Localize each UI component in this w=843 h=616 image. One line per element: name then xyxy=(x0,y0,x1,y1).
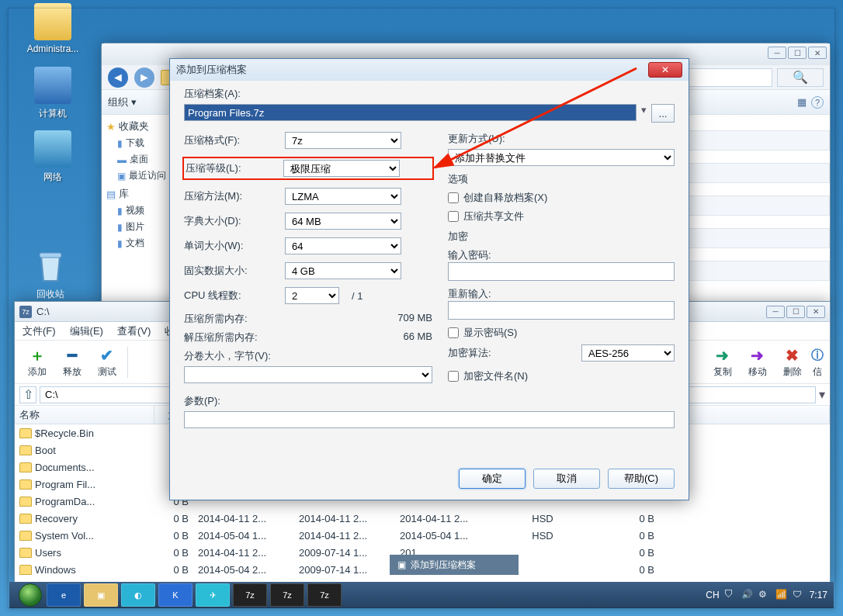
options-label: 选项 xyxy=(448,172,675,186)
archive-label: 压缩档案(A): xyxy=(184,87,675,101)
sidebar-favorites[interactable]: 收藏夹 xyxy=(119,119,149,133)
dialog-close-button[interactable]: ✕ xyxy=(648,62,682,78)
tray-icon[interactable]: ⚙ xyxy=(758,589,771,601)
taskbar-item-7z1[interactable]: 7z xyxy=(233,583,267,607)
sevenzip-title-text: C:\ xyxy=(36,306,50,317)
taskbar-item-app2[interactable]: K xyxy=(158,583,193,607)
threads-label: CPU 线程数: xyxy=(184,289,285,303)
sfx-checkbox[interactable]: 创建自释放档案(X) xyxy=(448,191,675,205)
memcomp-value: 709 MB xyxy=(397,312,432,326)
nav-back-button[interactable]: ◄ xyxy=(108,67,128,88)
maximize-button[interactable]: ☐ xyxy=(786,306,805,318)
sidebar-libraries[interactable]: 库 xyxy=(119,187,129,201)
table-row[interactable]: System Vol...0 B2014-05-04 1...2014-04-1… xyxy=(15,527,830,544)
encrypt-names-checkbox[interactable]: 加密文件名(N) xyxy=(448,369,675,383)
desktop-icon-recycle[interactable]: 回收站 xyxy=(23,248,78,301)
browse-button[interactable]: ... xyxy=(651,104,675,123)
encryption-label: 加密 xyxy=(448,230,675,244)
memcomp-label: 压缩所需内存: xyxy=(184,312,248,326)
menu-edit[interactable]: 编辑(E) xyxy=(70,324,103,338)
sevenzip-icon: 7z xyxy=(19,306,32,318)
shared-checkbox[interactable]: 压缩共享文件 xyxy=(448,209,675,223)
tray-icon[interactable]: ⛉ xyxy=(724,589,737,601)
network-icon xyxy=(34,130,71,168)
minimize-button[interactable]: ─ xyxy=(766,306,785,318)
tool-extract[interactable]: ━释放 xyxy=(54,345,89,379)
taskbar-item-7z3[interactable]: 7z xyxy=(307,583,342,607)
window-preview-title: 添加到压缩档案 xyxy=(411,559,476,572)
toolbar-separator xyxy=(127,347,128,378)
cancel-button[interactable]: 取消 xyxy=(533,469,600,489)
window-preview-icon: ▣ xyxy=(397,559,406,570)
tray-clock[interactable]: 7:17 xyxy=(810,590,827,600)
close-button[interactable]: ✕ xyxy=(808,47,827,59)
word-select[interactable]: 64 xyxy=(285,237,401,254)
split-combo[interactable] xyxy=(184,366,432,383)
search-box[interactable]: 🔍 xyxy=(777,68,824,87)
tool-test[interactable]: ✔测试 xyxy=(89,345,124,379)
memdecomp-label: 解压缩所需内存: xyxy=(184,330,258,344)
format-select[interactable]: 7z xyxy=(285,132,401,149)
pw1-label: 输入密码: xyxy=(448,248,675,262)
desktop-icon-admin[interactable]: Administra... xyxy=(22,3,84,54)
taskbar-item-app1[interactable]: ◐ xyxy=(121,583,155,607)
level-label: 压缩等级(L): xyxy=(186,161,283,175)
tray-lang[interactable]: CH xyxy=(706,590,719,600)
computer-icon xyxy=(34,67,71,104)
threads-select[interactable]: 2 xyxy=(285,287,339,304)
desktop-icon-computer[interactable]: 计算机 xyxy=(22,67,84,120)
organize-button[interactable]: 组织 ▾ xyxy=(108,95,137,109)
icon-label: 计算机 xyxy=(22,107,84,120)
format-label: 压缩格式(F): xyxy=(184,133,285,147)
tool-copy[interactable]: ➜复制 xyxy=(705,345,740,379)
table-row[interactable]: Recovery0 B2014-04-11 2...2014-04-11 2..… xyxy=(15,510,830,527)
tool-delete[interactable]: ✖删除 xyxy=(775,345,810,379)
start-orb-icon xyxy=(19,583,42,607)
view-icon[interactable]: ▦ xyxy=(797,96,807,108)
algo-label: 加密算法: xyxy=(448,346,510,360)
path-up-button[interactable]: ⇧ xyxy=(19,386,36,403)
menu-file[interactable]: 文件(F) xyxy=(23,324,56,338)
word-label: 单词大小(W): xyxy=(184,239,285,253)
tray-icon[interactable]: 📶 xyxy=(775,589,788,601)
password-input[interactable] xyxy=(448,262,675,281)
col-name[interactable]: 名称 xyxy=(15,406,154,424)
icon-label: 网络 xyxy=(22,171,84,184)
folder-icon xyxy=(34,3,71,40)
tool-info[interactable]: ⓘ信 xyxy=(810,345,825,379)
start-button[interactable] xyxy=(16,582,45,608)
level-select[interactable]: 极限压缩 xyxy=(283,160,400,177)
tray-icon[interactable]: 🛡 xyxy=(793,589,805,601)
nav-forward-button[interactable]: ► xyxy=(134,67,154,88)
tool-move[interactable]: ➜移动 xyxy=(740,345,775,379)
help-button[interactable]: 帮助(C) xyxy=(608,469,675,489)
taskbar-item-explorer[interactable]: ▣ xyxy=(84,583,118,607)
tool-add[interactable]: ＋添加 xyxy=(19,345,54,379)
archive-name-input[interactable] xyxy=(184,104,637,121)
update-select[interactable]: 添加并替换文件 xyxy=(448,149,675,166)
minimize-button[interactable]: ─ xyxy=(768,47,786,59)
showpw-checkbox[interactable]: 显示密码(S) xyxy=(448,326,675,340)
update-label: 更新方式(U): xyxy=(448,132,675,146)
solid-label: 固实数据大小: xyxy=(184,264,285,278)
help-icon[interactable]: ? xyxy=(811,96,824,109)
algo-select[interactable]: AES-256 xyxy=(581,344,675,362)
close-button[interactable]: ✕ xyxy=(807,306,825,318)
tray-icon[interactable]: 🔊 xyxy=(741,589,754,601)
password-confirm-input[interactable] xyxy=(448,301,675,320)
taskbar-item-ie[interactable]: e xyxy=(47,583,81,607)
solid-select[interactable]: 4 GB xyxy=(285,262,401,279)
maximize-button[interactable]: ☐ xyxy=(788,47,807,59)
ok-button[interactable]: 确定 xyxy=(459,469,526,489)
taskbar-preview[interactable]: ▣ 添加到压缩档案 xyxy=(390,555,519,575)
dialog-title: 添加到压缩档案 xyxy=(176,63,247,77)
method-select[interactable]: LZMA xyxy=(285,188,401,205)
params-input[interactable] xyxy=(184,411,675,428)
desktop-icon-network[interactable]: 网络 xyxy=(22,130,84,184)
dict-select[interactable]: 64 MB xyxy=(285,213,401,230)
svg-rect-0 xyxy=(40,253,61,258)
menu-view[interactable]: 查看(V) xyxy=(117,324,151,338)
recycle-bin-icon xyxy=(32,248,69,286)
taskbar-item-7z2[interactable]: 7z xyxy=(270,583,304,607)
taskbar-item-app3[interactable]: ✈ xyxy=(196,583,230,607)
